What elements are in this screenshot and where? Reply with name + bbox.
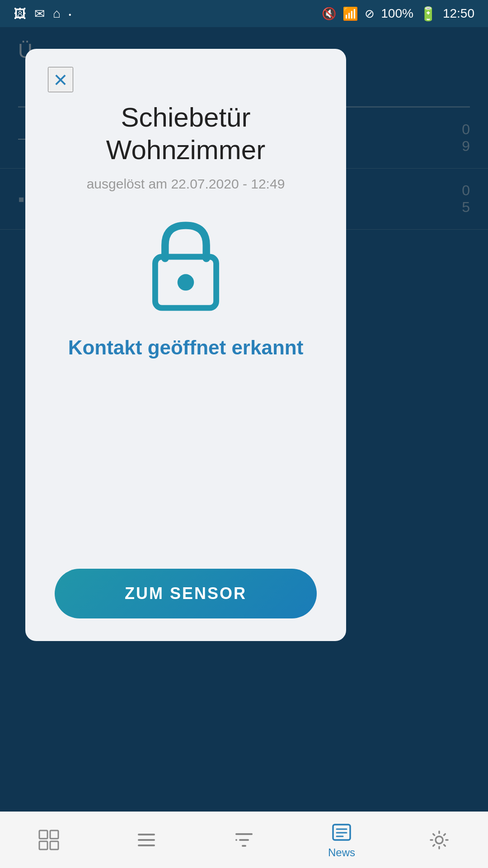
mute-icon: 🔇 [322, 7, 336, 21]
dot-icon: • [69, 11, 71, 21]
dnd-icon: ⊘ [365, 7, 375, 21]
time-display: 12:50 [443, 6, 474, 21]
svg-rect-3 [50, 830, 58, 839]
nav-item-list[interactable] [98, 829, 195, 851]
modal-icon-area [143, 219, 229, 314]
close-icon: × [54, 68, 67, 91]
status-bar-left-icons: 🖼 ✉ ⌂ • [14, 6, 71, 21]
status-bar: 🖼 ✉ ⌂ • 🔇 📶 ⊘ 100% 🔋 12:50 [0, 0, 488, 27]
svg-point-17 [436, 836, 443, 844]
nav-item-filter[interactable] [195, 829, 293, 851]
nav-item-settings[interactable] [390, 829, 488, 851]
settings-icon [428, 829, 450, 851]
list-icon [135, 829, 158, 851]
battery-icon: 🔋 [420, 6, 436, 22]
svg-rect-4 [39, 841, 47, 849]
svg-rect-2 [39, 830, 47, 839]
svg-point-1 [178, 274, 194, 291]
nav-item-news[interactable]: News [293, 821, 390, 859]
modal-dialog: × Schiebetür Wohnzimmer ausgelöst am 22.… [25, 49, 346, 641]
mail-icon: ✉ [34, 6, 45, 21]
zum-sensor-button[interactable]: ZUM SENSOR [55, 569, 317, 618]
home-icon: ⌂ [53, 6, 61, 21]
nav-item-dashboard[interactable] [0, 829, 98, 851]
modal-close-button[interactable]: × [48, 67, 73, 92]
battery-percent: 100% [381, 6, 413, 21]
lock-icon [143, 219, 229, 314]
status-right-icons: 🔇 📶 ⊘ 100% 🔋 12:50 [322, 6, 474, 22]
modal-title: Schiebetür Wohnzimmer [106, 101, 265, 166]
dashboard-icon [38, 829, 60, 851]
modal-status-text: Kontakt geöffnet erkannt [68, 336, 304, 359]
svg-rect-5 [50, 841, 58, 849]
wifi-icon: 📶 [343, 6, 358, 21]
nav-label-news: News [328, 846, 355, 859]
filter-icon [233, 829, 255, 851]
modal-timestamp: ausgelöst am 22.07.2020 - 12:49 [87, 176, 285, 192]
bottom-nav: News [0, 811, 488, 868]
news-icon [330, 821, 353, 844]
photo-icon: 🖼 [14, 6, 26, 21]
